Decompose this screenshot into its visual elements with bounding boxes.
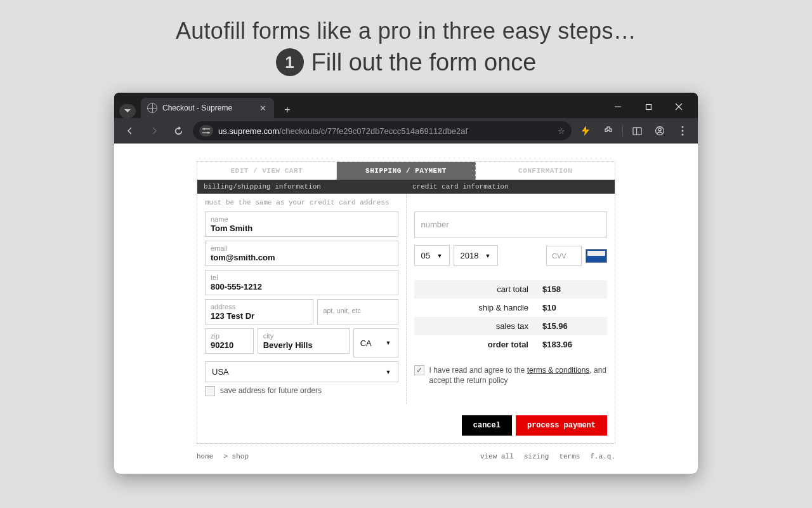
svg-point-7 bbox=[207, 132, 209, 134]
maximize-button[interactable] bbox=[634, 98, 662, 116]
globe-icon bbox=[147, 103, 157, 113]
tab-shipping-payment[interactable]: SHIPPING / PAYMENT bbox=[337, 162, 476, 180]
tab-search-dropdown[interactable] bbox=[119, 104, 136, 118]
state-select[interactable]: CA ▼ bbox=[353, 328, 398, 358]
email-value: tom@smith.com bbox=[211, 253, 393, 262]
zip-value: 90210 bbox=[211, 340, 248, 350]
forward-button[interactable] bbox=[145, 121, 164, 140]
order-total-label: order total bbox=[422, 340, 543, 349]
name-label: name bbox=[211, 215, 393, 223]
footer-shop-link[interactable]: > shop bbox=[223, 453, 249, 460]
process-payment-button[interactable]: process payment bbox=[516, 415, 607, 436]
svg-rect-1 bbox=[646, 104, 651, 109]
cart-total-label: cart total bbox=[422, 284, 543, 294]
credit-header: credit card information bbox=[406, 180, 615, 194]
email-field[interactable]: email tom@smith.com bbox=[205, 241, 398, 266]
close-tab-icon[interactable]: ✕ bbox=[258, 104, 268, 113]
city-value: Beverly Hills bbox=[263, 340, 344, 350]
state-value: CA bbox=[360, 338, 372, 348]
footer-home-link[interactable]: home bbox=[197, 453, 213, 460]
city-field[interactable]: city Beverly Hills bbox=[258, 328, 350, 354]
exp-year-value: 2018 bbox=[461, 251, 479, 260]
footer-faq-link[interactable]: f.a.q. bbox=[590, 453, 615, 460]
zip-field[interactable]: zip 90210 bbox=[205, 328, 254, 354]
card-back-icon bbox=[586, 249, 607, 263]
cancel-button[interactable]: cancel bbox=[462, 415, 512, 436]
new-tab-button[interactable]: + bbox=[279, 102, 296, 118]
exp-year-select[interactable]: 2018 ▼ bbox=[454, 245, 498, 266]
page-content: EDIT / VIEW CART SHIPPING / PAYMENT CONF… bbox=[114, 144, 698, 474]
bookmark-star-icon[interactable]: ☆ bbox=[558, 126, 565, 136]
step-text: Fill out the form once bbox=[311, 49, 537, 76]
ship-label: ship & handle bbox=[422, 303, 543, 312]
browser-window: Checkout - Supreme ✕ + bbox=[114, 93, 698, 474]
exp-month-value: 05 bbox=[421, 251, 430, 260]
chevron-down-icon: ▼ bbox=[386, 369, 391, 375]
footer-view-all-link[interactable]: view all bbox=[480, 453, 514, 460]
close-window-button[interactable] bbox=[665, 98, 693, 116]
browser-toolbar: us.supreme.com/checkouts/c/77fe29c072db7… bbox=[114, 118, 698, 144]
zip-label: zip bbox=[211, 332, 248, 340]
country-select[interactable]: USA ▼ bbox=[205, 361, 398, 382]
site-settings-icon[interactable] bbox=[199, 125, 213, 137]
svg-point-5 bbox=[204, 128, 206, 130]
tax-label: sales tax bbox=[422, 321, 543, 331]
cart-total-value: $158 bbox=[542, 284, 599, 294]
cvv-field[interactable]: CVV bbox=[546, 246, 582, 266]
address-value: 123 Test Dr bbox=[211, 311, 308, 321]
save-address-label: save address for future orders bbox=[220, 386, 322, 395]
cvv-placeholder: CVV bbox=[552, 250, 576, 262]
name-value: Tom Smith bbox=[211, 224, 393, 233]
tab-edit-cart[interactable]: EDIT / VIEW CART bbox=[197, 162, 337, 180]
chevron-down-icon: ▼ bbox=[437, 253, 443, 259]
ship-value: $10 bbox=[542, 303, 599, 312]
toolbar-separator bbox=[622, 125, 623, 137]
country-value: USA bbox=[212, 367, 229, 377]
address-bar[interactable]: us.supreme.com/checkouts/c/77fe29c072db7… bbox=[193, 121, 572, 140]
step-number-badge: 1 bbox=[276, 48, 304, 76]
terms-checkbox[interactable] bbox=[414, 365, 424, 375]
tel-value: 800-555-1212 bbox=[211, 282, 393, 291]
address-field[interactable]: address 123 Test Dr bbox=[205, 299, 313, 324]
tel-label: tel bbox=[211, 274, 393, 281]
minimize-button[interactable] bbox=[604, 98, 632, 116]
billing-header: billing/shipping information bbox=[197, 180, 406, 194]
tab-title: Checkout - Supreme bbox=[162, 104, 232, 112]
svg-point-14 bbox=[682, 134, 684, 136]
apt-field[interactable]: apt, unit, etc bbox=[317, 299, 398, 324]
tax-value: $15.96 bbox=[542, 321, 599, 331]
email-label: email bbox=[211, 244, 393, 252]
save-address-checkbox[interactable] bbox=[205, 386, 215, 396]
autofill-extension-icon[interactable] bbox=[577, 122, 594, 140]
svg-rect-8 bbox=[632, 127, 641, 134]
footer-sizing-link[interactable]: sizing bbox=[524, 453, 549, 460]
name-field[interactable]: name Tom Smith bbox=[205, 211, 398, 237]
url-host: us.supreme.com bbox=[218, 126, 279, 136]
browser-tab[interactable]: Checkout - Supreme ✕ bbox=[141, 98, 274, 118]
reload-button[interactable] bbox=[169, 121, 188, 140]
url-path: /checkouts/c/77fe29c072db7eccc514a69112d… bbox=[279, 126, 468, 136]
svg-point-11 bbox=[658, 128, 661, 131]
footer-terms-link[interactable]: terms bbox=[559, 453, 580, 460]
apt-placeholder: apt, unit, etc bbox=[323, 303, 392, 318]
tab-strip: Checkout - Supreme ✕ + bbox=[114, 93, 698, 118]
chevron-down-icon: ▼ bbox=[485, 253, 491, 259]
city-label: city bbox=[263, 332, 344, 340]
billing-note: must be the same as your credit card add… bbox=[205, 199, 398, 206]
tel-field[interactable]: tel 800-555-1212 bbox=[205, 270, 398, 295]
profile-icon[interactable] bbox=[651, 122, 669, 140]
card-number-field[interactable]: number bbox=[414, 211, 608, 237]
tab-confirmation[interactable]: CONFIRMATION bbox=[476, 162, 615, 180]
svg-point-12 bbox=[682, 126, 684, 128]
exp-month-select[interactable]: 05 ▼ bbox=[414, 245, 450, 266]
back-button[interactable] bbox=[121, 121, 140, 140]
chevron-down-icon: ▼ bbox=[386, 340, 391, 346]
address-label: address bbox=[211, 303, 308, 311]
promo-title: Autofill forms like a pro in three easy … bbox=[0, 18, 812, 44]
sidepanel-icon[interactable] bbox=[628, 122, 646, 140]
terms-text: I have read and agree to the terms & con… bbox=[429, 365, 608, 385]
kebab-menu-icon[interactable] bbox=[674, 122, 691, 140]
order-total-value: $183.96 bbox=[542, 340, 599, 349]
extensions-icon[interactable] bbox=[599, 122, 617, 140]
terms-link[interactable]: terms & conditions bbox=[527, 366, 590, 375]
